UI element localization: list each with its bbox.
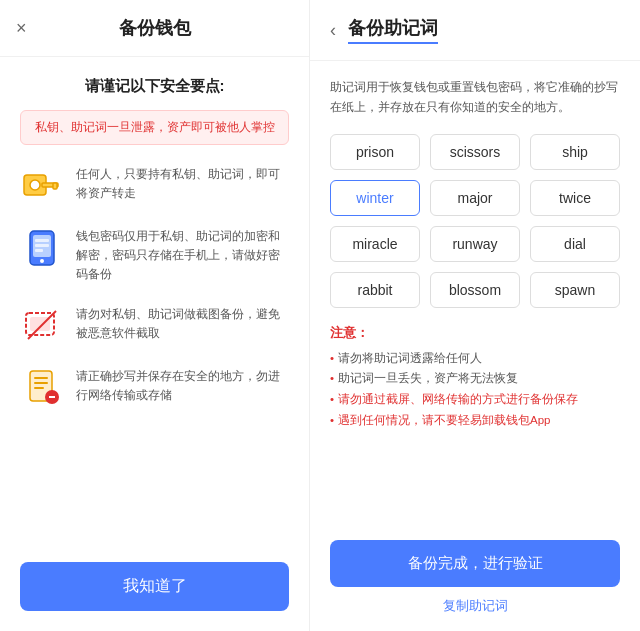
left-header: × 备份钱包 xyxy=(0,0,309,57)
acknowledge-button[interactable]: 我知道了 xyxy=(20,562,289,611)
left-footer: 我知道了 xyxy=(0,546,309,631)
safety-text-3: 请勿对私钥、助记词做截图备份，避免被恶意软件截取 xyxy=(76,303,289,343)
mnemonic-word: runway xyxy=(430,226,520,262)
svg-rect-8 xyxy=(35,244,49,247)
right-header: ‹ 备份助记词 xyxy=(310,0,640,61)
document-icon xyxy=(20,365,64,409)
right-footer: 备份完成，进行验证 复制助记词 xyxy=(310,528,640,631)
right-panel-title: 备份助记词 xyxy=(348,16,438,44)
mnemonic-word: prison xyxy=(330,134,420,170)
mnemonic-word: scissors xyxy=(430,134,520,170)
svg-rect-15 xyxy=(34,382,48,384)
phone-icon xyxy=(20,225,64,269)
notes-item: 遇到任何情况，请不要轻易卸载钱包App xyxy=(330,410,620,431)
right-panel: ‹ 备份助记词 助记词用于恢复钱包或重置钱包密码，将它准确的抄写在纸上，并存放在… xyxy=(310,0,640,631)
mnemonic-word: ship xyxy=(530,134,620,170)
safety-text-2: 钱包密码仅用于私钥、助记词的加密和解密，密码只存储在手机上，请做好密码备份 xyxy=(76,225,289,285)
notes-item: 助记词一旦丢失，资产将无法恢复 xyxy=(330,368,620,389)
left-body: 请谨记以下安全要点: 私钥、助记词一旦泄露，资产即可被他人掌控 任何人，只要持有… xyxy=(0,57,309,546)
mnemonic-word: winter xyxy=(330,180,420,216)
notes-title: 注意： xyxy=(330,324,620,342)
key-icon xyxy=(20,163,64,207)
notes-item: 请勿将助记词透露给任何人 xyxy=(330,348,620,369)
safety-item-4: 请正确抄写并保存在安全的地方，勿进行网络传输或存储 xyxy=(20,365,289,409)
left-panel: × 备份钱包 请谨记以下安全要点: 私钥、助记词一旦泄露，资产即可被他人掌控 任… xyxy=(0,0,310,631)
safety-text-4: 请正确抄写并保存在安全的地方，勿进行网络传输或存储 xyxy=(76,365,289,405)
notes-item: 请勿通过截屏、网络传输的方式进行备份保存 xyxy=(330,389,620,410)
close-button[interactable]: × xyxy=(16,19,27,37)
back-button[interactable]: ‹ xyxy=(330,20,336,41)
svg-point-1 xyxy=(30,180,40,190)
right-body: 助记词用于恢复钱包或重置钱包密码，将它准确的抄写在纸上，并存放在只有你知道的安全… xyxy=(310,61,640,528)
mnemonic-word: spawn xyxy=(530,272,620,308)
svg-point-6 xyxy=(40,259,44,263)
mnemonic-word: major xyxy=(430,180,520,216)
left-panel-title: 备份钱包 xyxy=(119,16,191,40)
notes-section: 注意： 请勿将助记词透露给任何人助记词一旦丢失，资产将无法恢复请勿通过截屏、网络… xyxy=(330,324,620,431)
mnemonic-word: blossom xyxy=(430,272,520,308)
svg-rect-14 xyxy=(34,377,48,379)
verify-button[interactable]: 备份完成，进行验证 xyxy=(330,540,620,587)
mnemonic-word: dial xyxy=(530,226,620,262)
svg-rect-7 xyxy=(35,239,49,242)
mnemonic-description: 助记词用于恢复钱包或重置钱包密码，将它准确的抄写在纸上，并存放在只有你知道的安全… xyxy=(330,77,620,118)
svg-rect-9 xyxy=(35,249,43,252)
safety-text-1: 任何人，只要持有私钥、助记词，即可将资产转走 xyxy=(76,163,289,203)
safety-item-1: 任何人，只要持有私钥、助记词，即可将资产转走 xyxy=(20,163,289,207)
mnemonic-word: miracle xyxy=(330,226,420,262)
safety-item-3: 请勿对私钥、助记词做截图备份，避免被恶意软件截取 xyxy=(20,303,289,347)
safety-item-2: 钱包密码仅用于私钥、助记词的加密和解密，密码只存储在手机上，请做好密码备份 xyxy=(20,225,289,285)
svg-rect-3 xyxy=(53,183,57,189)
copy-mnemonic-link[interactable]: 复制助记词 xyxy=(330,597,620,615)
mnemonic-word: twice xyxy=(530,180,620,216)
screenshot-icon xyxy=(20,303,64,347)
safety-title: 请谨记以下安全要点: xyxy=(20,77,289,96)
mnemonic-grid: prisonscissorsshipwintermajortwicemiracl… xyxy=(330,134,620,308)
svg-rect-16 xyxy=(34,387,44,389)
mnemonic-word: rabbit xyxy=(330,272,420,308)
warning-banner: 私钥、助记词一旦泄露，资产即可被他人掌控 xyxy=(20,110,289,145)
